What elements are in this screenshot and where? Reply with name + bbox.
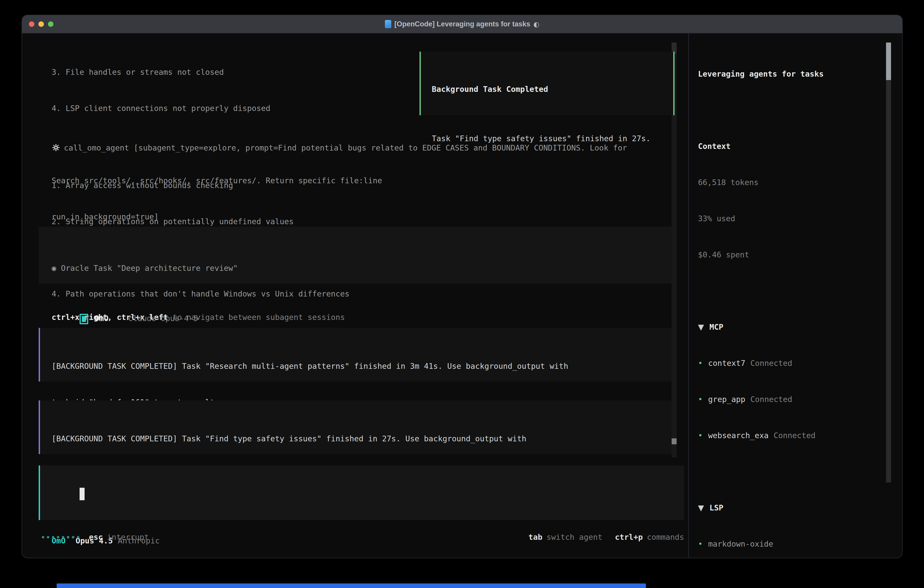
tool-call-item: 2. String operations on potentially unde… [52,216,679,228]
context-tokens: 66,518 tokens [698,177,870,188]
close-button[interactable] [29,21,34,27]
ctrlp-hint: ctrl+pcommands [615,531,684,543]
gear-icon [52,143,60,155]
document-icon [385,20,391,28]
lsp-item: •markdown-oxide [698,538,870,550]
agent-model: claude-opus-4-5 [128,314,198,323]
bullet-dot-icon: • [698,395,703,404]
oracle-task-panel: ◉ Oracle Task "Deep architecture review"… [39,227,674,284]
bullet-dot-icon: • [698,358,703,368]
tab-hint: tabswitch agent [528,531,602,543]
lsp-section-header[interactable]: ▼LSP [698,502,870,514]
esc-key-hint: esc [89,531,103,543]
context-heading: Context [698,140,870,152]
minimize-button[interactable] [38,21,44,27]
log-line: 3. File handles or streams not closed [52,66,382,78]
tool-call-item: 1. Array access without bounds checking [52,179,679,192]
traffic-lights [29,15,53,33]
mcp-section-header[interactable]: ▼MCP [698,321,870,333]
progress-half-circle-icon: ◐ [533,20,539,28]
task-result-line: [BACKGROUND TASK COMPLETED] Task "Find t… [52,433,674,445]
background-task-result: [BACKGROUND TASK COMPLETED] Task "Resear… [39,328,674,382]
maximize-button[interactable] [48,21,53,27]
log-line: 4. LSP client connections not properly d… [52,102,382,114]
pane-divider [688,33,689,558]
titlebar: [OpenCode] Leveraging agents for tasks ◐ [22,15,902,33]
toast-body: Task "Find type safety issues" finished … [432,132,673,145]
bullet-dot-icon: • [698,539,703,548]
text-cursor [79,488,84,500]
mcp-item: •grep_appConnected [698,393,870,405]
prompt-input[interactable]: OmOOpus 4.5Anthropic [39,466,684,520]
opencode-window: [OpenCode] Leveraging agents for tasks ◐… [21,15,903,558]
agent-name: OmO [94,314,109,323]
oracle-task-title: ◉ Oracle Task "Deep architecture review" [52,262,674,274]
activity-spinner-dots [42,536,79,538]
mcp-item: •context7Connected [698,357,870,369]
window-title: [OpenCode] Leveraging agents for tasks [394,20,530,28]
fisheye-icon: ◉ [52,264,56,273]
sidebar-scrollbar[interactable] [886,43,891,482]
agent-square-icon [79,314,88,324]
session-title: Leveraging agents for tasks [698,68,870,80]
toast-title: Background Task Completed [432,83,673,95]
task-result-line: [BACKGROUND TASK COMPLETED] Task "Resear… [52,360,674,372]
desktop: [OpenCode] Leveraging agents for tasks ◐… [0,0,924,588]
esc-key-label: interrupt [107,531,149,543]
chevron-down-icon: ▼ [698,322,704,332]
sidebar: Leveraging agents for tasks Context 66,5… [698,44,870,558]
background-window-strip [57,583,646,588]
notification-toast[interactable]: Background Task Completed Task "Find typ… [419,51,675,115]
bullet-dot-icon: • [698,431,703,440]
context-spent: $0.46 spent [698,249,870,261]
main-scrollbar-thumb[interactable] [672,438,676,444]
background-task-result: [BACKGROUND TASK COMPLETED] Task "Find t… [39,400,674,454]
window-title-group: [OpenCode] Leveraging agents for tasks ◐ [385,20,540,28]
status-bar: esc interrupt tabswitch agent ctrl+pcomm… [42,531,684,543]
chevron-down-icon: ▼ [698,503,704,512]
context-used: 33% used [698,213,870,225]
mcp-item: •websearch_exaConnected [698,429,870,441]
sidebar-scrollbar-thumb[interactable] [886,43,891,80]
separator-dot: · [119,314,123,323]
